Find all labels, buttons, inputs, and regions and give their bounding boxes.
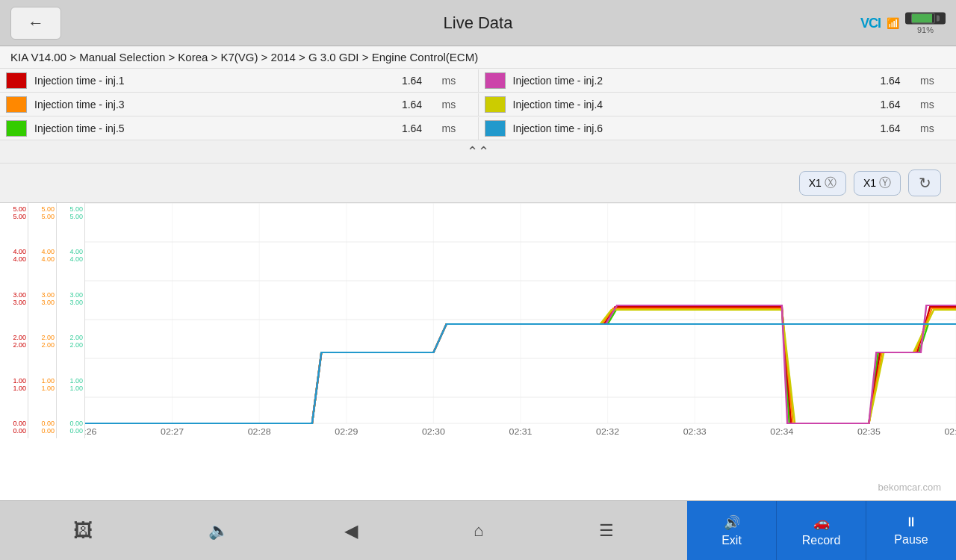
param-value-inj1: 1.64 [382,75,442,87]
header-title: Live Data [444,13,513,33]
zoom-y-icon: Ⓨ [879,175,891,191]
chart-svg: 02:26 02:27 02:28 02:29 02:30 02:31 02:3… [85,203,956,438]
time-label-4: 02:30 [422,428,445,436]
volume-icon[interactable]: 🔈 [208,521,229,541]
param-unit-inj6: ms [920,122,950,134]
bottom-icons: 🖼 🔈 ◀ ⌂ ☰ [0,519,687,542]
refresh-button[interactable]: ↻ [908,169,941,196]
battery-percent: 91% [917,25,934,34]
bottom-action-buttons: 🔊 Exit 🚗 Record ⏸ Pause [687,501,956,561]
refresh-icon: ↻ [919,174,931,192]
time-label-5: 02:31 [509,428,533,436]
record-label: Record [802,534,841,547]
chart-area: 5.005.00 4.004.00 3.003.00 2.002.00 1.00… [0,202,956,500]
header-right: VCI 📶 91% [860,12,946,34]
y-axes: 5.005.00 4.004.00 3.003.00 2.002.00 1.00… [0,203,85,438]
time-label-6: 02:32 [596,428,619,436]
param-value-inj3: 1.64 [382,99,442,111]
table-row: Injection time - inj.5 1.64 ms Injection… [0,116,956,140]
menu-icon[interactable]: ☰ [599,521,614,541]
param-value-inj6: 1.64 [860,122,920,134]
record-button[interactable]: 🚗 Record [777,501,866,561]
wifi-icon: 📶 [887,17,899,29]
time-label-7: 02:33 [683,428,707,436]
home-icon[interactable]: ⌂ [474,521,483,541]
param-unit-inj4: ms [920,99,950,111]
back-triangle-icon[interactable]: ◀ [344,520,358,541]
param-left-1: Injection time - inj.1 1.64 ms [0,69,478,92]
vci-icon: VCI [860,15,881,31]
zoom-x-button[interactable]: X1 Ⓧ [799,171,846,196]
exit-icon: 🔊 [724,514,740,531]
back-button[interactable]: ← [10,7,61,40]
param-right-2: Injection time - inj.4 1.64 ms [478,93,957,116]
param-unit-inj5: ms [442,122,472,134]
chart-svg-container: 02:26 02:27 02:28 02:29 02:30 02:31 02:3… [85,203,956,438]
color-swatch-inj3 [6,96,27,113]
pause-label: Pause [894,533,928,547]
chart-controls: X1 Ⓧ X1 Ⓨ ↻ [0,164,956,202]
param-unit-inj1: ms [442,75,472,87]
time-label-2: 02:28 [248,428,271,436]
param-unit-inj3: ms [442,99,472,111]
battery-indicator: 91% [905,12,946,34]
param-value-inj2: 1.64 [860,75,920,87]
zoom-x-icon: Ⓧ [825,175,836,191]
bottom-bar: 🖼 🔈 ◀ ⌂ ☰ 🔊 Exit 🚗 Record ⏸ Pause [0,500,956,560]
breadcrumb: KIA V14.00 > Manual Selection > Korea > … [0,46,956,69]
image-icon[interactable]: 🖼 [73,519,93,542]
param-name-inj5: Injection time - inj.5 [34,122,382,134]
record-icon: 🚗 [813,514,830,531]
zoom-x-label: X1 [809,177,822,189]
zoom-y-button[interactable]: X1 Ⓨ [854,171,901,196]
y-axis-red: 5.005.00 4.004.00 3.003.00 2.002.00 1.00… [0,203,28,438]
time-label-3: 02:29 [335,428,358,436]
time-label-1: 02:27 [161,428,184,436]
color-swatch-inj4 [485,96,506,113]
param-name-inj1: Injection time - inj.1 [34,75,382,87]
data-rows: Injection time - inj.1 1.64 ms Injection… [0,69,956,140]
param-name-inj4: Injection time - inj.4 [513,99,861,111]
param-name-inj3: Injection time - inj.3 [34,99,382,111]
param-unit-inj2: ms [920,75,950,87]
collapse-row[interactable]: ⌃⌃ [0,140,956,164]
pause-icon: ⏸ [904,514,918,530]
time-label-0: 02:26 [85,428,96,436]
param-right-3: Injection time - inj.6 1.64 ms [478,117,957,140]
param-value-inj5: 1.64 [382,122,442,134]
y-axis-orange: 5.005.00 4.004.00 3.003.00 2.002.00 1.00… [28,203,57,438]
param-left-3: Injection time - inj.5 1.64 ms [0,117,478,140]
exit-button[interactable]: 🔊 Exit [687,501,777,561]
collapse-icon[interactable]: ⌃⌃ [467,143,489,160]
time-label-8: 02:34 [770,428,793,436]
param-right-1: Injection time - inj.2 1.64 ms [478,69,957,92]
pause-button[interactable]: ⏸ Pause [866,501,956,561]
chart-wrapper: 5.005.00 4.004.00 3.003.00 2.002.00 1.00… [0,203,956,438]
param-name-inj2: Injection time - inj.2 [513,75,861,87]
table-row: Injection time - inj.3 1.64 ms Injection… [0,93,956,116]
param-value-inj4: 1.64 [860,99,920,111]
param-left-2: Injection time - inj.3 1.64 ms [0,93,478,116]
header: ← Live Data VCI 📶 91% [0,0,956,46]
y-axis-cyan: 5.005.00 4.004.00 3.003.00 2.002.00 1.00… [57,203,85,438]
time-label-10: 02:36 [945,428,957,436]
color-swatch-inj2 [485,72,506,89]
table-row: Injection time - inj.1 1.64 ms Injection… [0,69,956,93]
color-swatch-inj6 [485,120,506,137]
back-arrow-icon: ← [28,13,44,33]
exit-label: Exit [721,534,742,547]
color-swatch-inj5 [6,120,27,137]
param-name-inj6: Injection time - inj.6 [513,122,861,134]
color-swatch-inj1 [6,72,27,89]
zoom-y-label: X1 [863,177,876,189]
time-label-9: 02:35 [857,428,881,436]
